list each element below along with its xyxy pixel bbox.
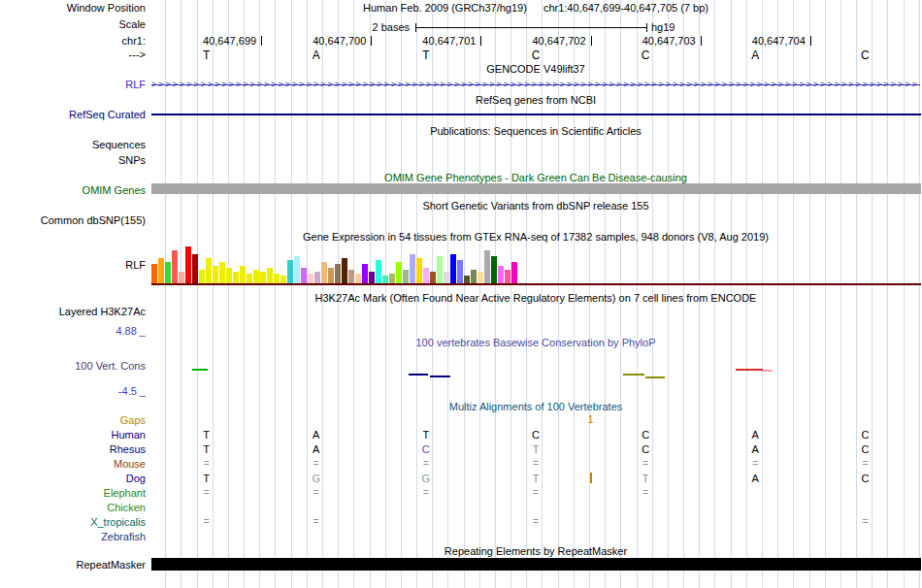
repeatmasker-element-bar[interactable] [151,558,921,571]
gtex-tissue-bar[interactable] [348,270,354,283]
gtex-tissue-bar[interactable] [416,258,422,283]
header-gtex: Gene Expression in 54 tissues from GTEx … [151,231,920,243]
alignment-base: A [752,429,759,441]
gtex-tissue-bar[interactable] [477,272,483,283]
gtex-tissue-bar[interactable] [185,246,191,283]
ruler-base: C [532,49,541,62]
gtex-tissue-bar[interactable] [423,268,429,283]
alignment-base: C [642,443,649,455]
track-label-layered-h3k27ac[interactable]: Layered H3K27Ac [59,306,146,317]
gtex-tissue-bar[interactable] [158,258,164,283]
track-label-refseq-curated[interactable]: RefSeq Curated [69,109,146,120]
ruler-base: T [422,49,429,62]
track-label-common-dbsnp[interactable]: Common dbSNP(155) [41,214,146,226]
species-label-gaps[interactable]: Gaps [120,414,146,426]
gtex-tissue-bar[interactable] [213,266,218,283]
gtex-tissue-bar[interactable] [464,276,470,283]
gtex-tissue-bar[interactable] [260,272,266,283]
gtex-tissue-bar[interactable] [274,274,280,283]
gtex-tissue-bar[interactable] [410,254,415,283]
track-label-snps[interactable]: SNPs [118,154,146,166]
gtex-tissue-bar[interactable] [355,274,361,283]
phylop-min-value: -4.5 _ [118,385,146,397]
alignment-base: = [752,458,758,469]
gtex-tissue-bar[interactable] [199,270,205,283]
gtex-tissue-bar[interactable] [396,262,402,283]
gtex-tissue-bar[interactable] [505,270,510,283]
track-label-100-vert-cons[interactable]: 100 Vert. Cons [75,360,146,372]
species-label-chicken[interactable]: Chicken [107,502,146,513]
track-label-sequences[interactable]: Sequences [92,139,146,150]
gtex-tissue-bar[interactable] [226,268,232,283]
alignment-base: G [312,473,320,484]
gtex-tissue-bar[interactable] [444,272,449,283]
gtex-tissue-bar[interactable] [206,258,212,283]
species-label-mouse[interactable]: Mouse [114,458,146,470]
gtex-tissue-bar[interactable] [287,260,293,283]
ruler-tick [371,36,372,46]
alignment-base: = [423,487,429,498]
gtex-tissue-bar[interactable] [389,274,395,283]
alignment-base: = [642,487,648,498]
gtex-tissue-bar[interactable] [267,268,273,283]
alignment-base: A [752,473,759,484]
gtex-tissue-bar[interactable] [151,264,157,283]
gtex-tissue-bar[interactable] [471,270,477,283]
omim-gene-bar[interactable] [151,183,921,194]
ruler-base: T [203,49,210,62]
gtex-tissue-bar[interactable] [498,266,504,283]
gtex-tissue-bar[interactable] [484,250,490,283]
gtex-tissue-bar[interactable] [376,260,381,283]
gtex-expression-bars[interactable] [151,243,518,283]
header-multiz: Multiz Alignments of 100 Vertebrates [151,401,920,412]
gtex-tissue-bar[interactable] [382,276,388,283]
gtex-tissue-bar[interactable] [457,260,463,283]
gtex-tissue-bar[interactable] [294,256,300,283]
gtex-tissue-bar[interactable] [437,256,443,283]
refseq-curated-item[interactable] [151,114,921,115]
scale-bar [415,23,647,32]
gtex-tissue-bar[interactable] [192,254,198,283]
species-label-rhesus[interactable]: Rhesus [110,443,146,455]
alignment-base: C [532,429,540,441]
gtex-tissue-bar[interactable] [233,272,239,283]
gtex-tissue-bar[interactable] [403,270,409,283]
species-label-x-tropicalis[interactable]: X_tropicalis [90,516,146,528]
gtex-tissue-bar[interactable] [219,262,225,283]
ruler-tick [810,36,811,46]
species-label-zebrafish[interactable]: Zebrafish [101,531,146,542]
gtex-tissue-bar[interactable] [247,274,252,283]
gtex-tissue-bar[interactable] [253,270,259,283]
species-label-dog[interactable]: Dog [126,473,146,484]
track-label-repeatmasker[interactable]: RepeatMasker [76,559,146,571]
gtex-tissue-bar[interactable] [369,272,375,283]
gtex-tissue-bar[interactable] [165,262,171,283]
species-label-elephant[interactable]: Elephant [104,487,146,499]
track-label-gtex-rlf[interactable]: RLF [125,259,146,271]
header-h3k27ac: H3K27Ac Mark (Often Found Near Active Re… [151,292,920,304]
ruler-tick [261,36,262,46]
gtex-tissue-bar[interactable] [335,264,341,283]
gtex-tissue-bar[interactable] [301,268,307,283]
label-window-position: Window Position [67,2,146,14]
gtex-tissue-bar[interactable] [321,262,327,283]
gtex-tissue-bar[interactable] [172,250,178,283]
gtex-tissue-bar[interactable] [450,254,456,283]
gtex-tissue-bar[interactable] [511,262,517,283]
gtex-tissue-bar[interactable] [430,272,436,283]
gtex-tissue-bar[interactable] [491,256,497,283]
ruler-base: A [313,49,320,62]
gtex-tissue-bar[interactable] [342,258,347,283]
track-label-gencode-rlf[interactable]: RLF [125,79,146,90]
track-label-omim-genes[interactable]: OMIM Genes [82,184,146,196]
gtex-tissue-bar[interactable] [314,272,320,283]
gtex-tissue-bar[interactable] [328,268,334,283]
alignment-base: G [422,473,431,484]
species-label-human[interactable]: Human [112,429,146,441]
gtex-tissue-bar[interactable] [179,272,184,283]
gtex-tissue-bar[interactable] [362,264,368,283]
gtex-tissue-bar[interactable] [280,276,286,283]
gencode-transcript-rlf[interactable]: >>>>>>>>>>>>>>>>>>>>>>>>>>>>>>>>>>>>>>>>… [151,80,920,89]
gtex-tissue-bar[interactable] [240,266,246,283]
gtex-tissue-bar[interactable] [308,274,313,283]
